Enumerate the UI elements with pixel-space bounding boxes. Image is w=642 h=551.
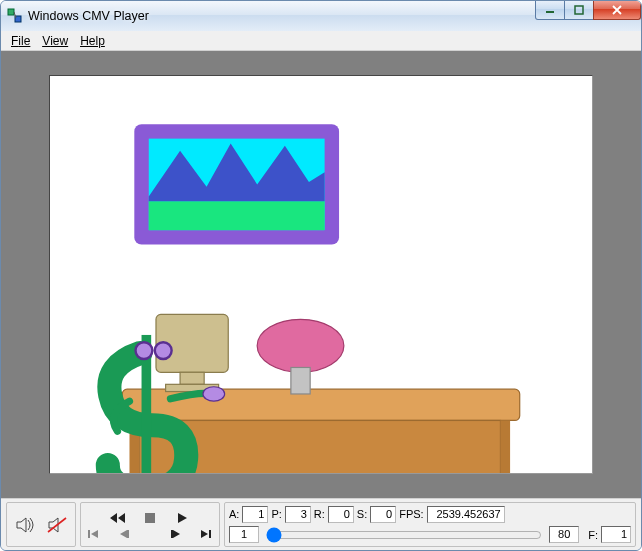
svg-rect-12: [180, 372, 204, 384]
svg-rect-3: [575, 6, 583, 14]
minimize-button[interactable]: [535, 0, 565, 20]
svg-rect-23: [171, 530, 173, 538]
play-button[interactable]: [171, 512, 193, 524]
label-F: F:: [588, 529, 598, 541]
value-FPS: 2539.452637: [427, 506, 505, 523]
scene-illustration: [50, 76, 592, 474]
info-group: A: 1 P: 3 R: 0 S: 0 FPS: 2539.452637 1 8…: [224, 502, 636, 547]
svg-point-19: [203, 387, 225, 401]
menu-help[interactable]: Help: [74, 32, 111, 50]
svg-point-17: [136, 342, 153, 359]
label-A: A:: [229, 508, 239, 520]
maximize-button[interactable]: [564, 0, 594, 20]
video-canvas: [49, 75, 593, 474]
svg-rect-22: [127, 530, 129, 538]
sound-group: [6, 502, 76, 547]
value-R: 0: [328, 506, 354, 523]
frame-slider[interactable]: [266, 527, 542, 543]
app-window: Windows CMV Player File View Help: [0, 0, 642, 551]
sound-mute-button[interactable]: [45, 514, 69, 536]
sound-on-button[interactable]: [13, 514, 37, 536]
menu-file[interactable]: File: [5, 32, 36, 50]
transport-group: [80, 502, 220, 547]
app-icon: [7, 8, 23, 24]
svg-point-18: [155, 342, 172, 359]
window-buttons: [536, 0, 641, 20]
label-R: R:: [314, 508, 325, 520]
control-bar: A: 1 P: 3 R: 0 S: 0 FPS: 2539.452637 1 8…: [1, 498, 641, 550]
svg-rect-6: [149, 201, 325, 230]
svg-rect-21: [88, 530, 90, 538]
svg-rect-15: [291, 367, 310, 393]
info-row-bottom: 1 80 F: 1: [229, 526, 631, 545]
frame-start: 1: [229, 526, 259, 543]
go-end-button[interactable]: [195, 529, 217, 539]
chair: [257, 319, 344, 394]
frame-end: 80: [549, 526, 579, 543]
step-forward-button[interactable]: [165, 529, 187, 539]
label-FPS: FPS:: [399, 508, 423, 520]
frame-slider-wrap: [262, 527, 546, 543]
svg-rect-2: [546, 11, 554, 13]
label-P: P:: [271, 508, 281, 520]
svg-rect-10: [500, 420, 510, 474]
menu-view[interactable]: View: [36, 32, 74, 50]
value-P: 3: [285, 506, 311, 523]
value-F: 1: [601, 526, 631, 543]
titlebar: Windows CMV Player: [1, 1, 641, 31]
svg-rect-0: [8, 9, 14, 15]
painting: [134, 124, 339, 244]
rewind-button[interactable]: [107, 512, 129, 524]
svg-rect-20: [145, 513, 155, 523]
svg-point-14: [257, 319, 344, 372]
close-button[interactable]: [593, 0, 641, 20]
info-row-top: A: 1 P: 3 R: 0 S: 0 FPS: 2539.452637: [229, 505, 631, 524]
stop-button[interactable]: [139, 512, 161, 524]
client-area: [1, 51, 641, 498]
value-S: 0: [370, 506, 396, 523]
label-S: S:: [357, 508, 367, 520]
menubar: File View Help: [1, 31, 641, 51]
step-back-button[interactable]: [113, 529, 135, 539]
svg-rect-24: [209, 530, 211, 538]
value-A: 1: [242, 506, 268, 523]
go-start-button[interactable]: [83, 529, 105, 539]
